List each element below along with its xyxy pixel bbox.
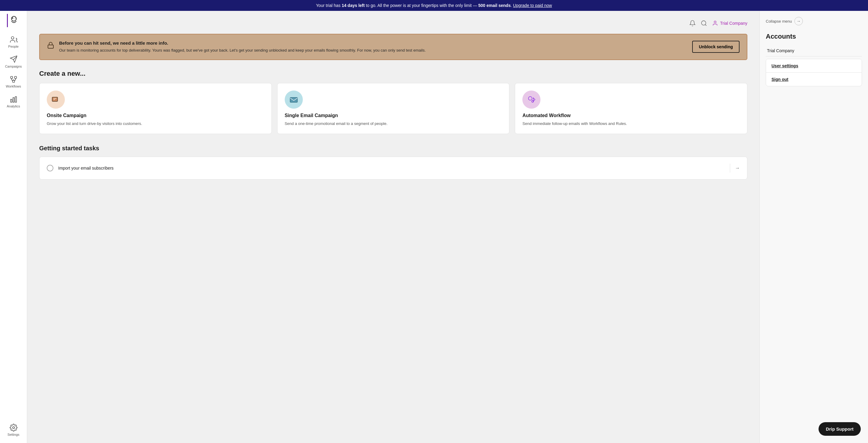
cards-grid: Onsite Campaign Grow your list and turn … [39, 83, 747, 134]
bell-icon[interactable] [689, 20, 696, 27]
user-label: Trial Company [720, 21, 747, 26]
sidebar-item-campaigns-label: Campaigns [5, 65, 22, 68]
upgrade-link[interactable]: Upgrade to paid now [513, 3, 552, 8]
onsite-card-title: Onsite Campaign [47, 113, 264, 118]
svg-point-0 [11, 16, 16, 21]
sidebar-item-analytics-label: Analytics [7, 105, 20, 108]
email-campaign-card[interactable]: Single Email Campaign Send a one-time pr… [277, 83, 510, 134]
svg-rect-5 [14, 76, 17, 79]
main-content: Trial Company Before you can hit send, w… [27, 11, 760, 443]
user-settings-link[interactable]: User settings [766, 59, 862, 72]
sidebar-item-campaigns[interactable]: Campaigns [0, 52, 27, 72]
workflow-card[interactable]: Automated Workflow Send immediate follow… [515, 83, 747, 134]
sidebar-item-people-label: People [8, 45, 19, 48]
sidebar-item-settings[interactable]: Settings [0, 420, 27, 440]
collapse-menu-label: Collapse menu [766, 19, 792, 24]
workflow-card-title: Automated Workflow [522, 113, 740, 118]
svg-point-3 [11, 36, 14, 39]
task-import-subscribers[interactable]: Import your email subscribers → [39, 157, 747, 180]
header-user[interactable]: Trial Company [712, 20, 747, 26]
email-icon-bg [285, 91, 303, 109]
search-icon[interactable] [701, 20, 707, 27]
task-arrow-icon[interactable]: → [735, 166, 740, 171]
collapse-menu-button[interactable]: Collapse menu → [766, 17, 862, 25]
sign-out-link[interactable]: Sign out [766, 72, 862, 86]
unblock-sending-button[interactable]: Unblock sending [692, 41, 740, 53]
alert-body: Our team is monitoring accounts for top … [59, 48, 687, 53]
onsite-card-description: Grow your list and turn drive-by visitor… [47, 121, 264, 127]
task-checkbox[interactable] [47, 165, 53, 171]
task-label: Import your email subscribers [58, 166, 725, 171]
sidebar-item-people[interactable]: People [0, 32, 27, 52]
accounts-section: Accounts Trial Company User settings Sig… [766, 33, 862, 86]
header-bar: Trial Company [39, 20, 747, 27]
email-card-description: Send a one-time promotional email to a s… [285, 121, 502, 127]
sidebar-item-settings-label: Settings [7, 433, 20, 436]
right-panel: Collapse menu → Accounts Trial Company U… [760, 11, 868, 443]
svg-point-1 [12, 18, 13, 19]
create-section-title: Create a new... [39, 70, 747, 78]
sidebar-logo [7, 14, 20, 27]
sidebar-item-workflows[interactable]: Workflows [0, 72, 27, 92]
trial-banner: Your trial has 14 days left to go. All t… [0, 0, 868, 11]
workflow-icon-bg [522, 91, 540, 109]
people-icon [10, 36, 18, 43]
svg-rect-18 [290, 97, 298, 102]
svg-rect-17 [53, 99, 55, 100]
lock-icon [47, 42, 54, 49]
alert-box: Before you can hit send, we need a littl… [39, 34, 747, 60]
sidebar-item-analytics[interactable]: Analytics [0, 92, 27, 112]
analytics-icon [10, 95, 18, 103]
svg-rect-7 [10, 99, 12, 102]
sidebar: People Campaigns Workflows [0, 11, 27, 443]
svg-point-2 [15, 18, 16, 19]
workflow-card-description: Send immediate follow-up emails with Wor… [522, 121, 740, 127]
svg-rect-4 [10, 76, 13, 79]
user-dropdown-card: User settings Sign out [766, 59, 862, 86]
trial-text: Your trial has 14 days left to go. All t… [316, 3, 552, 8]
email-icon [289, 95, 299, 105]
email-card-icon-wrapper [285, 91, 502, 109]
svg-point-19 [528, 96, 532, 100]
email-card-title: Single Email Campaign [285, 113, 502, 118]
drip-logo-icon [8, 15, 19, 26]
settings-icon [10, 424, 18, 432]
alert-text: Before you can hit send, we need a littl… [59, 40, 687, 53]
drip-support-button[interactable]: Drip Support [818, 422, 861, 436]
workflow-icon [527, 95, 536, 105]
svg-rect-14 [48, 45, 53, 48]
collapse-btn-icon[interactable]: → [795, 17, 803, 25]
workflow-card-icon-wrapper [522, 91, 740, 109]
onsite-icon-bg [47, 91, 65, 109]
workflows-icon [10, 76, 18, 83]
onsite-card-icon-wrapper [47, 91, 264, 109]
svg-rect-16 [53, 98, 56, 99]
alert-title: Before you can hit send, we need a littl… [59, 40, 687, 46]
send-limit: 500 email sends [478, 3, 510, 8]
svg-rect-9 [15, 96, 16, 102]
svg-point-10 [12, 427, 14, 429]
svg-point-13 [714, 21, 716, 23]
campaigns-icon [10, 56, 18, 63]
onsite-icon [51, 95, 61, 105]
svg-point-11 [702, 21, 706, 25]
account-trial-company[interactable]: Trial Company [766, 45, 862, 56]
task-divider [730, 164, 730, 173]
accounts-title: Accounts [766, 33, 862, 40]
sidebar-item-workflows-label: Workflows [6, 85, 21, 88]
lock-icon-wrapper [47, 42, 54, 50]
svg-rect-8 [13, 98, 14, 102]
onsite-campaign-card[interactable]: Onsite Campaign Grow your list and turn … [39, 83, 272, 134]
svg-rect-6 [12, 80, 14, 82]
user-icon [712, 20, 718, 26]
days-left: 14 days left [342, 3, 365, 8]
getting-started-title: Getting started tasks [39, 145, 747, 152]
svg-line-12 [706, 25, 707, 26]
